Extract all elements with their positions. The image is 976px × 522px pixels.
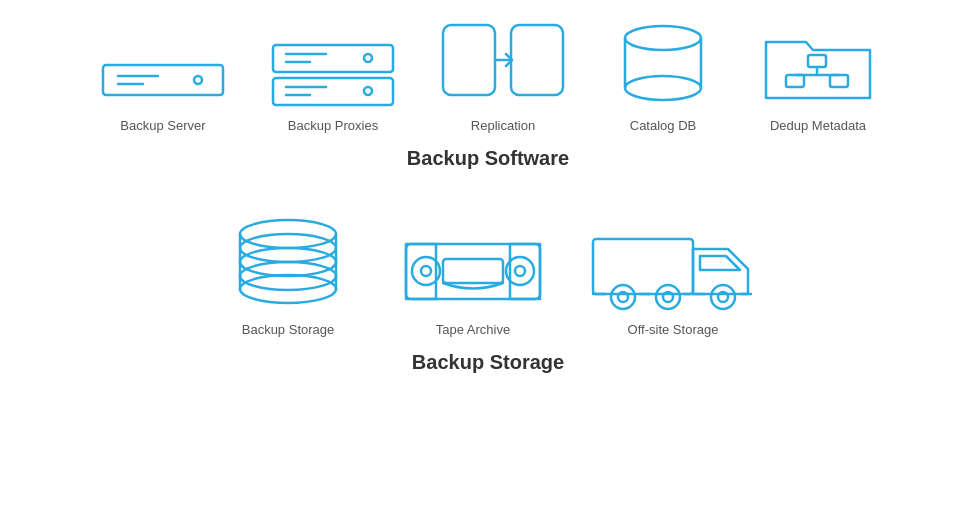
svg-rect-22 xyxy=(786,75,804,87)
tape-archive-label: Tape Archive xyxy=(436,322,510,337)
backup-proxies-item: Backup Proxies xyxy=(268,40,398,133)
replication-item: Replication xyxy=(438,20,568,133)
svg-rect-23 xyxy=(830,75,848,87)
svg-point-42 xyxy=(421,266,431,276)
backup-server-item: Backup Server xyxy=(98,50,228,133)
svg-point-18 xyxy=(625,76,701,100)
catalog-db-icon xyxy=(608,20,718,110)
backup-storage-section: Backup Storage xyxy=(10,204,966,380)
svg-rect-12 xyxy=(443,25,495,95)
svg-rect-19 xyxy=(808,55,826,67)
svg-point-43 xyxy=(515,266,525,276)
svg-point-15 xyxy=(625,26,701,50)
backup-proxies-label: Backup Proxies xyxy=(288,118,378,133)
backup-software-icons-row: Backup Server Backup Proxies xyxy=(98,20,878,133)
svg-rect-8 xyxy=(273,78,393,105)
dedup-metadata-icon xyxy=(758,20,878,110)
offsite-storage-label: Off-site Storage xyxy=(628,322,719,337)
backup-software-title: Backup Software xyxy=(407,147,569,170)
offsite-storage-icon xyxy=(588,214,758,314)
svg-rect-44 xyxy=(443,259,503,283)
svg-rect-4 xyxy=(273,45,393,72)
backup-proxies-icon xyxy=(268,40,398,110)
replication-icon xyxy=(438,20,568,110)
svg-point-7 xyxy=(364,54,372,62)
backup-storage-title: Backup Storage xyxy=(412,351,564,374)
svg-point-48 xyxy=(656,285,680,309)
backup-storage-item: Backup Storage xyxy=(218,204,358,337)
svg-rect-13 xyxy=(511,25,563,95)
offsite-storage-item: Off-site Storage xyxy=(588,214,758,337)
replication-label: Replication xyxy=(471,118,535,133)
svg-point-46 xyxy=(611,285,635,309)
backup-storage-icon xyxy=(218,204,358,314)
dedup-metadata-item: Dedup Metadata xyxy=(758,20,878,133)
backup-server-label: Backup Server xyxy=(120,118,205,133)
backup-software-section: Backup Server Backup Proxies xyxy=(10,20,966,176)
svg-point-11 xyxy=(364,87,372,95)
backup-storage-icons-row: Backup Storage xyxy=(218,204,758,337)
backup-storage-label: Backup Storage xyxy=(242,322,335,337)
catalog-db-item: Catalog DB xyxy=(608,20,718,133)
catalog-db-label: Catalog DB xyxy=(630,118,696,133)
dedup-metadata-label: Dedup Metadata xyxy=(770,118,866,133)
svg-point-3 xyxy=(194,76,202,84)
tape-archive-item: Tape Archive xyxy=(398,224,548,337)
tape-archive-icon xyxy=(398,224,548,314)
svg-rect-37 xyxy=(406,244,540,299)
backup-server-icon xyxy=(98,50,228,110)
svg-rect-45 xyxy=(593,239,693,294)
svg-rect-0 xyxy=(103,65,223,95)
svg-point-50 xyxy=(711,285,735,309)
